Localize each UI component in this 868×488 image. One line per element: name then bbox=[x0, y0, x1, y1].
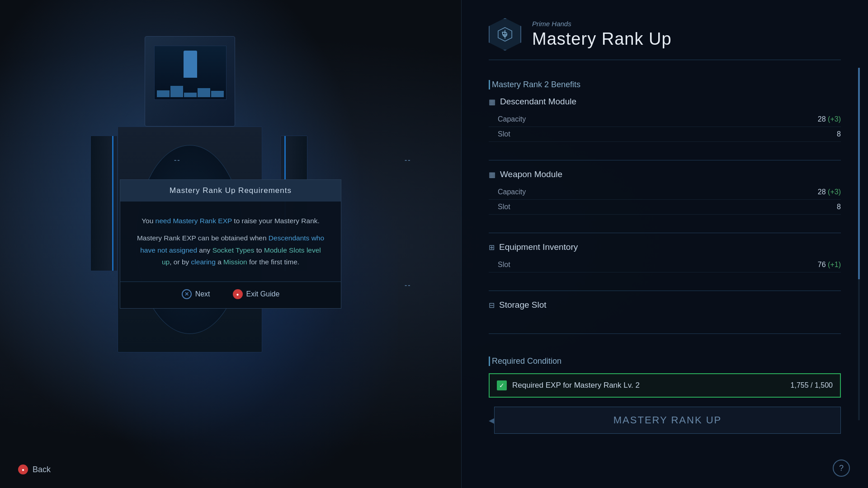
storage-slot-header: ⊟ Storage Slot bbox=[489, 300, 841, 310]
condition-label: ✓ Required EXP for Mastery Rank Lv. 2 bbox=[497, 380, 640, 390]
equipment-slot-row: Slot 76 (+1) bbox=[489, 258, 841, 272]
mastery-btn-area: ◂ Mastery Rank Up bbox=[489, 407, 841, 434]
condition-row: ✓ Required EXP for Mastery Rank Lv. 2 1,… bbox=[489, 373, 841, 398]
right-panel: Prime Hands Mastery Rank Up Mastery Rank… bbox=[461, 0, 868, 488]
mastery-rank-up-button[interactable]: Mastery Rank Up bbox=[494, 407, 841, 434]
exit-guide-button[interactable]: ● Exit Guide bbox=[233, 289, 280, 299]
storage-slot-section: ⊟ Storage Slot bbox=[489, 300, 841, 315]
weapon-capacity-value: 28 (+3) bbox=[818, 188, 841, 196]
item-icon bbox=[489, 18, 521, 51]
weapon-slot-row: Slot 8 bbox=[489, 200, 841, 215]
descendant-capacity-value: 28 28 (+3) (+3) bbox=[818, 115, 841, 123]
weapon-module-header: ▦ Weapon Module bbox=[489, 169, 841, 179]
header-text: Prime Hands Mastery Rank Up bbox=[532, 20, 672, 49]
equipment-slot-value: 76 (+1) bbox=[818, 261, 841, 269]
descendant-module-section: ▦ Descendant Module Capacity 28 28 (+3) … bbox=[489, 97, 841, 142]
descendant-slot-value: 8 bbox=[837, 130, 841, 138]
x-button-icon: ✕ bbox=[182, 289, 192, 299]
dialog-footer: ✕ Next ● Exit Guide bbox=[120, 282, 341, 308]
weapon-module-icon: ▦ bbox=[489, 170, 495, 179]
divider-3 bbox=[489, 291, 841, 291]
weapon-module-section: ▦ Weapon Module Capacity 28 (+3) Slot 8 bbox=[489, 169, 841, 215]
circle-button-icon: ● bbox=[233, 289, 243, 299]
descendant-capacity-row: Capacity 28 28 (+3) (+3) bbox=[489, 112, 841, 127]
equipment-inventory-section: ⊞ Equipment Inventory Slot 76 (+1) bbox=[489, 242, 841, 272]
help-button[interactable]: ? bbox=[833, 460, 850, 477]
descendant-slot-row: Slot 8 bbox=[489, 127, 841, 142]
item-subtitle: Prime Hands bbox=[532, 20, 672, 28]
mastery-btn-arrow: ◂ bbox=[489, 414, 494, 427]
back-button-icon: ● bbox=[18, 465, 28, 474]
equipment-inventory-header: ⊞ Equipment Inventory bbox=[489, 242, 841, 252]
descendant-module-header: ▦ Descendant Module bbox=[489, 97, 841, 107]
dialog-box: Mastery Rank Up Requirements You need Ma… bbox=[120, 179, 341, 309]
required-condition-section: Required Condition ✓ Required EXP for Ma… bbox=[489, 347, 841, 398]
dialog-body: You need Mastery Rank EXP to raise your … bbox=[120, 202, 341, 282]
check-icon: ✓ bbox=[497, 380, 507, 390]
divider-2 bbox=[489, 233, 841, 233]
next-button[interactable]: ✕ Next bbox=[182, 289, 210, 299]
scrollbar-thumb[interactable] bbox=[858, 68, 860, 279]
divider-4 bbox=[489, 333, 841, 334]
weapon-capacity-row: Capacity 28 (+3) bbox=[489, 185, 841, 200]
required-condition-header: Required Condition bbox=[489, 357, 841, 366]
item-title: Mastery Rank Up bbox=[532, 29, 672, 49]
dialog-title: Mastery Rank Up Requirements bbox=[120, 180, 341, 202]
scrollbar-track[interactable] bbox=[858, 68, 860, 420]
back-button[interactable]: ● Back bbox=[18, 465, 51, 474]
panel-header: Prime Hands Mastery Rank Up bbox=[489, 18, 841, 60]
condition-exp-value: 1,755 / 1,500 bbox=[791, 381, 833, 389]
weapon-slot-value: 8 bbox=[837, 203, 841, 211]
equipment-icon: ⊞ bbox=[489, 243, 495, 252]
dialog-overlay: Mastery Rank Up Requirements You need Ma… bbox=[0, 0, 461, 488]
divider-1 bbox=[489, 160, 841, 160]
benefits-section-header: Mastery Rank 2 Benefits bbox=[489, 80, 841, 89]
storage-icon: ⊟ bbox=[489, 301, 495, 310]
module-icon: ▦ bbox=[489, 98, 495, 106]
